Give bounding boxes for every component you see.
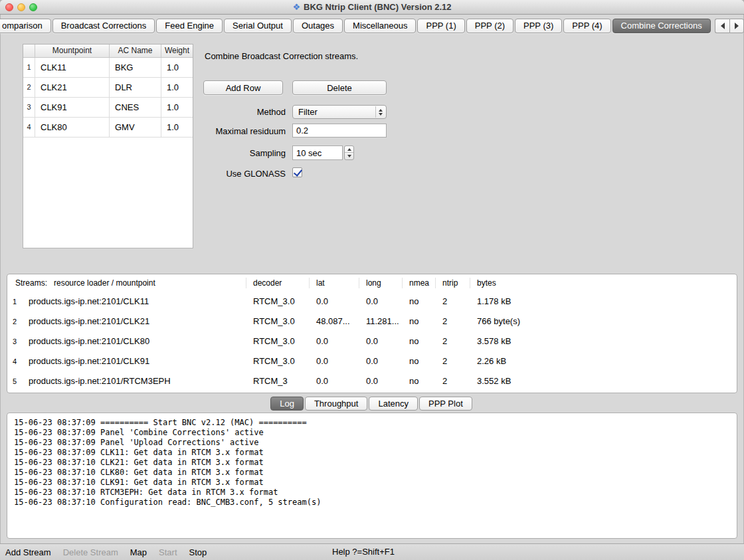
weight-cell[interactable]: 1.0 bbox=[161, 58, 193, 78]
row-number[interactable]: 2 bbox=[7, 312, 22, 331]
decoder-cell[interactable]: RTCM_3 bbox=[246, 371, 310, 391]
long-cell[interactable]: 0.0 bbox=[359, 351, 403, 371]
mountpoint-cell[interactable]: CLK11 bbox=[35, 58, 110, 78]
stream-row[interactable]: 2products.igs-ip.net:2101/CLK21RTCM_3.04… bbox=[7, 312, 737, 331]
tab-combine-corrections[interactable]: Combine Corrections bbox=[612, 19, 711, 33]
monitor-tab-log[interactable]: Log bbox=[270, 397, 304, 411]
tab-ppp-4[interactable]: PPP (4) bbox=[563, 19, 610, 33]
action-stop[interactable]: Stop bbox=[189, 547, 207, 557]
stream-row[interactable]: 3products.igs-ip.net:2101/CLK80RTCM_3.00… bbox=[7, 331, 737, 351]
ntrip-cell[interactable]: 2 bbox=[436, 371, 470, 391]
decoder-cell[interactable]: RTCM_3.0 bbox=[246, 292, 310, 312]
lat-cell[interactable]: 48.087... bbox=[310, 312, 359, 331]
scroll-tabs-left-button[interactable] bbox=[715, 19, 729, 33]
mountpoint-cell[interactable]: CLK80 bbox=[35, 118, 110, 138]
row-number[interactable]: 4 bbox=[23, 118, 35, 138]
row-number[interactable]: 1 bbox=[23, 58, 35, 78]
row-number[interactable]: 3 bbox=[23, 98, 35, 118]
tab-ppp-3[interactable]: PPP (3) bbox=[515, 19, 562, 33]
combination-table-row[interactable]: 1CLK11BKG1.0 bbox=[23, 58, 193, 78]
ntrip-cell[interactable]: 2 bbox=[436, 351, 470, 371]
tab-miscellaneous[interactable]: Miscellaneous bbox=[344, 19, 416, 33]
stream-row[interactable]: 5products.igs-ip.net:2101/RTCM3EPHRTCM_3… bbox=[7, 371, 737, 391]
combination-table-row[interactable]: 2CLK21DLR1.0 bbox=[23, 78, 193, 98]
col-header-ntrip[interactable]: ntrip bbox=[436, 278, 470, 288]
col-header-lat[interactable]: lat bbox=[310, 278, 359, 288]
combination-table-row[interactable]: 4CLK80GMV1.0 bbox=[23, 118, 193, 138]
lat-cell[interactable]: 0.0 bbox=[310, 371, 359, 391]
col-header-decoder[interactable]: decoder bbox=[246, 278, 310, 288]
stream-row[interactable]: 4products.igs-ip.net:2101/CLK91RTCM_3.00… bbox=[7, 351, 737, 371]
long-cell[interactable]: 0.0 bbox=[359, 292, 403, 312]
bytes-cell[interactable]: 3.578 kB bbox=[470, 331, 737, 351]
weight-cell[interactable]: 1.0 bbox=[161, 98, 193, 118]
decoder-cell[interactable]: RTCM_3.0 bbox=[246, 351, 310, 371]
ntrip-cell[interactable]: 2 bbox=[436, 292, 470, 312]
method-select[interactable]: Filter bbox=[292, 105, 387, 119]
nmea-cell[interactable]: no bbox=[403, 292, 436, 312]
nmea-cell[interactable]: no bbox=[403, 331, 436, 351]
lat-cell[interactable]: 0.0 bbox=[310, 351, 359, 371]
row-number[interactable]: 2 bbox=[23, 78, 35, 98]
col-header-nmea[interactable]: nmea bbox=[403, 278, 436, 288]
combination-table-row[interactable]: 3CLK91CNES1.0 bbox=[23, 98, 193, 118]
mountpoint-cell[interactable]: CLK21 bbox=[35, 78, 110, 98]
add-row-button[interactable]: Add Row bbox=[203, 80, 283, 95]
long-cell[interactable]: 0.0 bbox=[359, 371, 403, 391]
bytes-cell[interactable]: 3.552 kB bbox=[470, 371, 737, 391]
mountpoint-cell[interactable]: CLK91 bbox=[35, 98, 110, 118]
ac-name-cell[interactable]: BKG bbox=[110, 58, 161, 78]
ntrip-cell[interactable]: 2 bbox=[436, 312, 470, 331]
weight-cell[interactable]: 1.0 bbox=[161, 118, 193, 138]
stepper-down-icon[interactable] bbox=[345, 153, 353, 159]
row-number[interactable]: 4 bbox=[7, 351, 22, 371]
mountpoint-cell[interactable]: products.igs-ip.net:2101/CLK80 bbox=[22, 331, 246, 351]
tab-outages[interactable]: Outages bbox=[293, 19, 343, 33]
minimize-button[interactable] bbox=[17, 3, 25, 11]
ac-name-cell[interactable]: CNES bbox=[110, 98, 161, 118]
sampling-stepper[interactable] bbox=[344, 145, 354, 160]
decoder-cell[interactable]: RTCM_3.0 bbox=[246, 312, 310, 331]
maximal-residuum-input[interactable] bbox=[292, 124, 387, 138]
long-cell[interactable]: 0.0 bbox=[359, 331, 403, 351]
ac-name-cell[interactable]: GMV bbox=[110, 118, 161, 138]
col-header-mountpoint[interactable]: Mountpoint bbox=[35, 45, 110, 57]
delete-row-button[interactable]: Delete bbox=[292, 80, 387, 95]
mountpoint-cell[interactable]: products.igs-ip.net:2101/CLK21 bbox=[22, 312, 246, 331]
scroll-tabs-right-button[interactable] bbox=[729, 19, 744, 33]
bytes-cell[interactable]: 766 byte(s) bbox=[470, 312, 737, 331]
ac-name-cell[interactable]: DLR bbox=[110, 78, 161, 98]
mountpoint-cell[interactable]: products.igs-ip.net:2101/RTCM3EPH bbox=[22, 371, 246, 391]
use-glonass-checkbox[interactable] bbox=[292, 167, 302, 177]
close-button[interactable] bbox=[5, 3, 13, 11]
long-cell[interactable]: 11.281... bbox=[359, 312, 403, 331]
monitor-tab-ppp-plot[interactable]: PPP Plot bbox=[419, 397, 472, 411]
action-add-stream[interactable]: Add Stream bbox=[5, 547, 51, 557]
monitor-tab-throughput[interactable]: Throughput bbox=[305, 397, 368, 411]
lat-cell[interactable]: 0.0 bbox=[310, 292, 359, 312]
nmea-cell[interactable]: no bbox=[403, 351, 436, 371]
sampling-input[interactable] bbox=[292, 145, 343, 160]
row-number[interactable]: 3 bbox=[7, 331, 22, 351]
stepper-up-icon[interactable] bbox=[345, 146, 353, 153]
action-map[interactable]: Map bbox=[130, 547, 147, 557]
col-header-streams-mountpoint[interactable]: Streams: resource loader / mountpoint bbox=[7, 278, 246, 288]
col-header-weight[interactable]: Weight bbox=[161, 45, 193, 57]
monitor-tab-latency[interactable]: Latency bbox=[369, 397, 418, 411]
lat-cell[interactable]: 0.0 bbox=[310, 331, 359, 351]
tab-feed-engine[interactable]: Feed Engine bbox=[156, 19, 223, 33]
tab-omparison[interactable]: omparison bbox=[0, 19, 51, 33]
col-header-ac-name[interactable]: AC Name bbox=[110, 45, 161, 57]
col-header-bytes[interactable]: bytes bbox=[470, 278, 737, 288]
row-number[interactable]: 1 bbox=[7, 292, 22, 312]
decoder-cell[interactable]: RTCM_3.0 bbox=[246, 331, 310, 351]
stream-row[interactable]: 1products.igs-ip.net:2101/CLK11RTCM_3.00… bbox=[7, 292, 737, 312]
nmea-cell[interactable]: no bbox=[403, 371, 436, 391]
mountpoint-cell[interactable]: products.igs-ip.net:2101/CLK91 bbox=[22, 351, 246, 371]
row-number[interactable]: 5 bbox=[7, 371, 22, 391]
bytes-cell[interactable]: 2.26 kB bbox=[470, 351, 737, 371]
tab-serial-output[interactable]: Serial Output bbox=[224, 19, 292, 33]
nmea-cell[interactable]: no bbox=[403, 312, 436, 331]
zoom-button[interactable] bbox=[29, 3, 37, 11]
tab-broadcast-corrections[interactable]: Broadcast Corrections bbox=[52, 19, 155, 33]
